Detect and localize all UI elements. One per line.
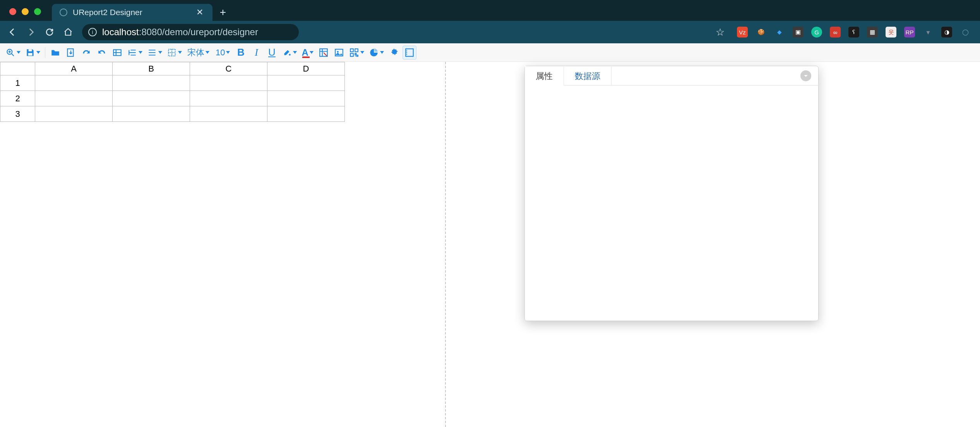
- extensions-strip: Vz🍪◆▣G∞ʕ▦웃RP▼◑◯: [733, 27, 975, 38]
- home-button[interactable]: [61, 25, 75, 39]
- extension-ext-rp[interactable]: RP: [904, 27, 915, 38]
- back-button[interactable]: [5, 25, 19, 39]
- valign-button[interactable]: [146, 46, 164, 60]
- site-info-icon[interactable]: i: [88, 28, 97, 36]
- svg-rect-1: [29, 49, 32, 51]
- extension-ext-frame[interactable]: ▦: [867, 27, 878, 38]
- col-header-B[interactable]: B: [113, 62, 190, 75]
- bg-color-button[interactable]: [280, 46, 298, 60]
- minimize-window-button[interactable]: [22, 8, 29, 15]
- svg-point-16: [406, 52, 407, 53]
- panel-collapse-button[interactable]: [800, 70, 811, 81]
- extension-ext-dark[interactable]: ◑: [941, 27, 952, 38]
- svg-rect-11: [355, 49, 358, 52]
- cell-A1[interactable]: [35, 75, 113, 91]
- extension-ext-diamond[interactable]: ◆: [774, 27, 785, 38]
- cell-C3[interactable]: [190, 106, 267, 122]
- designer-workspace[interactable]: A B C D 1 2 3: [0, 62, 980, 427]
- forward-button: [24, 25, 38, 39]
- cell-B1[interactable]: [113, 75, 190, 91]
- url-text: localhost:8080/demo/ureport/designer: [102, 27, 258, 38]
- properties-panel[interactable]: 属性 数据源: [524, 66, 819, 321]
- font-family-select[interactable]: 宋体: [185, 46, 212, 60]
- cell-C1[interactable]: [190, 75, 267, 91]
- svg-rect-10: [350, 49, 353, 52]
- designer-toolbar: 宋体 10 B I U A: [0, 43, 980, 62]
- tab-datasource[interactable]: 数据源: [564, 66, 612, 85]
- settings-button[interactable]: [387, 46, 401, 60]
- extension-ext-grammarly[interactable]: G: [811, 27, 822, 38]
- align-button[interactable]: [126, 46, 144, 60]
- preview-button[interactable]: [4, 46, 22, 60]
- window-controls: [9, 8, 41, 15]
- grid-corner[interactable]: [0, 62, 35, 75]
- undo-button[interactable]: [95, 46, 109, 60]
- open-button[interactable]: [48, 46, 62, 60]
- cell-D2[interactable]: [267, 91, 345, 106]
- svg-rect-3: [67, 49, 73, 56]
- image-button[interactable]: [332, 46, 346, 60]
- col-header-D[interactable]: D: [267, 62, 345, 75]
- extension-ext-cookie[interactable]: 🍪: [756, 27, 766, 38]
- address-bar[interactable]: i localhost:8080/demo/ureport/designer: [82, 24, 299, 40]
- page-width-guide: [445, 62, 446, 427]
- extension-ext-person[interactable]: 웃: [886, 27, 896, 38]
- merge-cells-button[interactable]: [110, 46, 124, 60]
- chart-button[interactable]: [367, 46, 385, 60]
- row-header-2[interactable]: 2: [0, 91, 35, 106]
- svg-point-6: [289, 54, 291, 55]
- extension-ext-vue[interactable]: ▼: [923, 27, 934, 38]
- extension-ext-circle[interactable]: ◯: [960, 27, 971, 38]
- cell-B3[interactable]: [113, 106, 190, 122]
- cell-C2[interactable]: [190, 91, 267, 106]
- extension-ext-infinity[interactable]: ∞: [830, 27, 841, 38]
- row-header-3[interactable]: 3: [0, 106, 35, 122]
- cell-D1[interactable]: [267, 75, 345, 91]
- tab-favicon: [60, 9, 67, 16]
- url-port: :8080: [139, 27, 162, 37]
- cell-D3[interactable]: [267, 106, 345, 122]
- tab-properties[interactable]: 属性: [525, 66, 564, 85]
- maximize-window-button[interactable]: [34, 8, 41, 15]
- extension-ext-cam[interactable]: ▣: [793, 27, 804, 38]
- close-window-button[interactable]: [9, 8, 16, 15]
- svg-point-17: [406, 54, 407, 55]
- font-size-select[interactable]: 10: [213, 46, 232, 60]
- crosstab-button[interactable]: [317, 46, 331, 60]
- extension-ext-cat[interactable]: ʕ: [848, 27, 859, 38]
- qrcode-button[interactable]: [348, 46, 366, 60]
- panel-tab-strip: 属性 数据源: [525, 66, 818, 85]
- border-button[interactable]: [165, 46, 183, 60]
- svg-rect-2: [28, 53, 33, 56]
- toolbar-separator: [45, 47, 45, 58]
- svg-point-15: [406, 50, 407, 51]
- row-header-1[interactable]: 1: [0, 75, 35, 91]
- browser-tab-active[interactable]: UReport2 Designer ✕: [52, 4, 212, 21]
- tab-close-icon[interactable]: ✕: [195, 7, 205, 17]
- export-button[interactable]: [64, 46, 78, 60]
- report-grid[interactable]: A B C D 1 2 3: [0, 62, 345, 122]
- redo-button[interactable]: [79, 46, 93, 60]
- tab-title: UReport2 Designer: [73, 8, 195, 17]
- font-color-button[interactable]: A: [300, 46, 315, 60]
- panel-body: [525, 85, 818, 321]
- cell-A2[interactable]: [35, 91, 113, 106]
- col-header-A[interactable]: A: [35, 62, 113, 75]
- toggle-panel-button[interactable]: [403, 46, 416, 60]
- save-button[interactable]: [24, 46, 42, 60]
- reload-button[interactable]: [43, 25, 57, 39]
- col-header-C[interactable]: C: [190, 62, 267, 75]
- browser-tab-strip: UReport2 Designer ✕ +: [0, 0, 980, 21]
- svg-point-9: [337, 51, 338, 52]
- browser-nav-bar: i localhost:8080/demo/ureport/designer ☆…: [0, 21, 980, 43]
- cell-B2[interactable]: [113, 91, 190, 106]
- cell-A3[interactable]: [35, 106, 113, 122]
- url-path: /demo/ureport/designer: [162, 27, 258, 37]
- bookmark-star-icon[interactable]: ☆: [716, 26, 725, 38]
- new-tab-button[interactable]: +: [216, 5, 230, 20]
- italic-button[interactable]: I: [249, 46, 263, 60]
- bold-button[interactable]: B: [234, 46, 248, 60]
- extension-ext-1[interactable]: Vz: [737, 27, 748, 38]
- underline-button[interactable]: U: [265, 46, 279, 60]
- svg-rect-12: [350, 53, 353, 56]
